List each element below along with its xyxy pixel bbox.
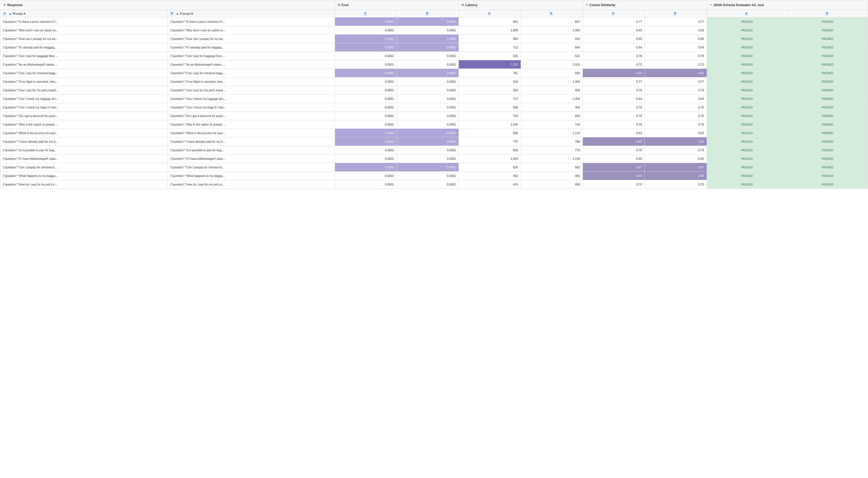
prompt-b-label: Prompt B: [180, 12, 193, 15]
json-a-cell: PASSED: [707, 163, 787, 172]
cos-b-cell: 0.87: [645, 163, 707, 172]
table-row: {"question":"How do I pay for my pet's t…: [0, 180, 868, 189]
lat-b-cell: 844: [521, 43, 583, 52]
lat-a-cell: 1,004: [459, 155, 521, 163]
badge-b-cos: B: [673, 11, 677, 16]
badge-b-prompt: B: [169, 11, 174, 16]
cost-a-cell: 0.0002: [335, 43, 397, 52]
json-b-cell: PASSED: [787, 120, 868, 129]
json-b-cell: PASSED: [787, 69, 868, 77]
prompt-a-cell: {"question":"Can I pay for my pet's trav…: [0, 86, 167, 95]
prompt-a-cell: {"question":"Do I get a discount for pay…: [0, 112, 167, 120]
prompt-a-cell: {"question":"As an AAdvantage® status ..…: [0, 60, 167, 69]
json-b-cell: PASSED: [787, 52, 868, 60]
json-b-cell: PASSED: [787, 163, 868, 172]
cos-b-cell: 0.70: [645, 180, 707, 189]
lat-a-cell: 761: [459, 69, 521, 77]
cos-b-cell: 0.76: [645, 112, 707, 120]
prompt-b-cell: {"question":"What happens to my bagga...: [167, 172, 335, 180]
cos-b-cell: 0.84: [645, 95, 707, 103]
cost-a-cell: 0.0001: [335, 146, 397, 155]
cost-icon: ⊞: [338, 3, 340, 7]
prompt-a-cell: {"question":"How can I prepay for my ba.…: [0, 35, 167, 43]
latency-header: ⊞ Latency: [459, 0, 583, 10]
badge-b-json: B: [825, 11, 829, 16]
prompt-b-cell: {"question":"Is it possible to pay for b…: [167, 146, 335, 155]
cost-b-cell: 0.0001: [397, 60, 459, 69]
table-row: {"question":"Can I pay for baggage fees …: [0, 52, 868, 60]
prompt-a-cell: {"question":"Is there a price reduction …: [0, 18, 167, 26]
cost-a-cell: 0.0002: [335, 35, 397, 43]
json-b-cell: PASSED: [787, 103, 868, 112]
cost-b-cell: 0.0001: [397, 52, 459, 60]
cos-b-cell: 0.78: [645, 52, 707, 60]
cos-b-cell: 0.72: [645, 60, 707, 69]
json-a-cell: PASSED: [707, 155, 787, 163]
json-a-cell: PASSED: [707, 43, 787, 52]
lat-b-cell: 1,082: [521, 26, 583, 35]
prompt-b-cell: {"question":"If my flight is canceled, w…: [167, 77, 335, 86]
json-a-cell: PASSED: [707, 146, 787, 155]
prompt-b-cell: {"question":"How can I prepay for my ba.…: [167, 35, 335, 43]
prompt-b-cell: {"question":"Can I check my luggage all …: [167, 95, 335, 103]
cos-b-cell: 0.84: [645, 43, 707, 52]
cos-a-cell: 0.79: [583, 146, 645, 155]
prompt-b-cell: {"question":"If I already paid for bagga…: [167, 43, 335, 52]
prompt-a-cell: {"question":"Can I pay for checked bagg.…: [0, 69, 167, 77]
prompt-a-icon: ▲: [8, 12, 12, 15]
json-b-cell: PASSED: [787, 35, 868, 43]
cos-a-cell: 0.83: [583, 129, 645, 137]
json-b-cell: PASSED: [787, 43, 868, 52]
cost-b-cell: 0.0002: [397, 18, 459, 26]
lat-b-cell: 682: [521, 163, 583, 172]
cos-b-cell: 0.85: [645, 137, 707, 146]
json-a-cell: PASSED: [707, 120, 787, 129]
lat-a-cell: 966: [459, 35, 521, 43]
lat-b-cell: 1,114: [521, 129, 583, 137]
cost-a-cell: 0.0002: [335, 129, 397, 137]
cost-a-cell: 0.0002: [335, 137, 397, 146]
json-b-cell: PASSED: [787, 155, 868, 163]
json-b-cell: PASSED: [787, 112, 868, 120]
badge-a-cos: A: [611, 11, 615, 16]
lat-a-cell: 635: [459, 52, 521, 60]
table-row: {"question":"Why don't I see an option t…: [0, 26, 868, 35]
json-a-cell: PASSED: [707, 103, 787, 112]
json-b-cell: PASSED: [787, 129, 868, 137]
prompt-a-cell: {"question":"Is it possible to pay for b…: [0, 146, 167, 155]
header-row-1: ✦ Response ⊞ Cost ⊞ Latency: [0, 0, 868, 10]
json-a-cell: PASSED: [707, 180, 787, 189]
json-a-cell: PASSED: [707, 60, 787, 69]
json-a-cell: PASSED: [707, 35, 787, 43]
lat-b-cell: 1,139: [521, 155, 583, 163]
cosine-label: Cosine Similarity: [589, 3, 615, 7]
table-row: {"question":"Is it possible to pay for b…: [0, 146, 868, 155]
cos-b-cell: 0.89: [645, 172, 707, 180]
cos-b-cell: 0.80: [645, 155, 707, 163]
cos-a-subheader: A: [583, 10, 645, 18]
lat-a-cell: 1,908: [459, 26, 521, 35]
cost-header: ⊞ Cost: [335, 0, 459, 10]
table-row: {"question":"Can I pay for checked bagg.…: [0, 69, 868, 77]
cos-a-cell: 0.78: [583, 120, 645, 129]
cost-a-cell: 0.0001: [335, 103, 397, 112]
json-b-cell: PASSED: [787, 77, 868, 86]
cost-a-cell: 0.0001: [335, 26, 397, 35]
badge-b-cost: B: [425, 11, 429, 16]
json-b-cell: PASSED: [787, 137, 868, 146]
json-b-cell: PASSED: [787, 26, 868, 35]
cos-b-cell: 0.86: [645, 35, 707, 43]
table-row: {"question":"Do I get a discount for pay…: [0, 112, 868, 120]
table-body: {"question":"Is there a price reduction …: [0, 18, 868, 189]
table-row: {"question":"As an AAdvantage® status ..…: [0, 60, 868, 69]
json-a-subheader: A: [707, 10, 787, 18]
table-row: {"question":"If I already paid for bagga…: [0, 43, 868, 52]
cost-b-cell: 0.0001: [397, 146, 459, 155]
cost-b-cell: 0.0002: [397, 69, 459, 77]
prompt-b-cell: {"question":"If I have AAdvantage® statu…: [167, 155, 335, 163]
cost-b-cell: 0.0001: [397, 77, 459, 86]
badge-b-lat: B: [549, 11, 553, 16]
cos-b-cell: 0.79: [645, 86, 707, 95]
prompt-a-cell: {"question":"If my flight is canceled, w…: [0, 77, 167, 86]
lat-b-cell: 847: [521, 18, 583, 26]
